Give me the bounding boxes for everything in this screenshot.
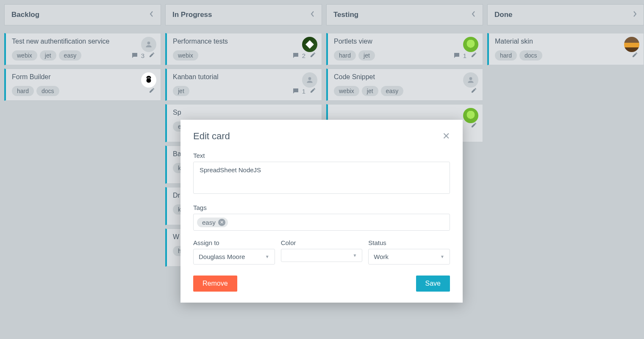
column-done: Done Material skin hard docs <box>487 4 644 267</box>
column-header[interactable]: Testing <box>326 4 483 25</box>
svg-point-0 <box>147 41 150 44</box>
avatar[interactable] <box>302 37 317 52</box>
tags-input[interactable]: easy ✕ <box>193 214 450 231</box>
tag[interactable]: jet <box>173 86 189 96</box>
tag[interactable]: jet <box>362 86 378 96</box>
tag[interactable]: webix <box>334 86 359 96</box>
tag[interactable]: easy <box>59 50 82 61</box>
card[interactable]: Portlets view hard jet 1 <box>326 33 483 65</box>
close-icon[interactable]: ✕ <box>442 131 450 142</box>
avatar[interactable] <box>463 37 478 52</box>
modal-footer: Remove Save <box>193 276 450 292</box>
column-header[interactable]: Done <box>487 4 644 25</box>
column-header[interactable]: In Progress <box>165 4 322 25</box>
color-label: Color <box>281 239 363 246</box>
tags: webix jet easy <box>12 50 81 61</box>
card-footer: hard docs <box>12 86 155 96</box>
card-title: Sp <box>173 109 316 116</box>
column-title: Testing <box>333 11 358 19</box>
text-label: Text <box>193 152 450 159</box>
chevron-left-icon[interactable] <box>311 11 315 19</box>
card[interactable]: Test new authentification service webix … <box>4 33 161 65</box>
tag[interactable]: hard <box>12 86 34 96</box>
card[interactable]: Material skin hard docs <box>487 33 644 65</box>
chevron-right-icon[interactable] <box>633 11 637 19</box>
card-title: Code Snippet <box>334 73 477 81</box>
assign-select[interactable]: Douglass Moore ▼ <box>193 249 275 265</box>
edit-icon[interactable] <box>310 51 316 60</box>
tags: webix <box>173 50 198 61</box>
card-title: Performance tests <box>173 38 316 45</box>
avatar[interactable] <box>624 37 639 52</box>
status-value: Work <box>374 253 389 260</box>
edit-icon[interactable] <box>149 51 155 60</box>
tag[interactable]: hard <box>334 50 356 61</box>
card[interactable]: Form Builder hard docs <box>4 69 161 101</box>
card[interactable]: Code Snippet webix jet easy <box>326 69 483 101</box>
remove-button[interactable]: Remove <box>193 276 237 292</box>
edit-icon[interactable] <box>471 51 477 60</box>
card-title: Material skin <box>495 38 638 45</box>
form-row: Assign to Douglass Moore ▼ Color ▼ <box>193 239 450 265</box>
comments-count[interactable]: 1 <box>453 52 466 59</box>
column-title: In Progress <box>172 11 212 19</box>
tags: webix jet easy <box>334 86 403 96</box>
status-label: Status <box>368 239 450 246</box>
edit-icon[interactable] <box>149 87 155 95</box>
avatar[interactable] <box>463 72 478 88</box>
card-footer: webix 2 <box>173 50 316 61</box>
modal-header: Edit card ✕ <box>193 131 450 142</box>
card[interactable]: Performance tests webix 2 <box>165 33 322 65</box>
svg-point-2 <box>469 77 472 80</box>
tag[interactable]: webix <box>12 50 37 61</box>
tag[interactable]: jet <box>40 50 56 61</box>
tags-label: Tags <box>193 204 450 211</box>
svg-point-1 <box>308 77 311 80</box>
card[interactable]: Kanban tutorial jet 1 <box>165 69 322 101</box>
column-backlog: Backlog Test new authentification servic… <box>4 4 161 267</box>
edit-icon[interactable] <box>471 87 477 95</box>
tag[interactable]: easy <box>381 86 404 96</box>
avatar[interactable] <box>141 37 156 52</box>
tag-remove-icon[interactable]: ✕ <box>218 219 225 226</box>
tags: jet <box>173 86 189 96</box>
comments-count[interactable]: 3 <box>131 52 144 59</box>
avatar[interactable] <box>302 72 317 88</box>
cards-list: Material skin hard docs <box>487 33 644 65</box>
comments-count[interactable]: 2 <box>292 52 305 59</box>
tag-chip: easy ✕ <box>197 218 228 227</box>
edit-icon[interactable] <box>310 87 316 95</box>
cards-list: Test new authentification service webix … <box>4 33 161 101</box>
avatar[interactable] <box>463 108 478 123</box>
edit-card-modal: Edit card ✕ Text Tags easy ✕ Assign to D… <box>180 120 463 303</box>
card-title: Portlets view <box>334 38 477 45</box>
card-footer: jet 1 <box>173 86 316 96</box>
card-footer: webix jet easy 3 <box>12 50 155 61</box>
column-header[interactable]: Backlog <box>4 4 161 25</box>
card-footer: hard jet 1 <box>334 50 477 61</box>
status-select[interactable]: Work ▼ <box>368 249 450 265</box>
modal-title: Edit card <box>193 131 230 142</box>
chevron-down-icon: ▼ <box>353 253 357 258</box>
avatar[interactable] <box>141 72 156 88</box>
tag[interactable]: webix <box>173 50 198 61</box>
color-select[interactable]: ▼ <box>281 249 363 262</box>
card-title: Form Builder <box>12 73 155 81</box>
tag[interactable]: docs <box>519 50 542 61</box>
chevron-left-icon[interactable] <box>472 11 476 19</box>
chevron-left-icon[interactable] <box>150 11 154 19</box>
comments-count[interactable]: 1 <box>292 87 305 95</box>
edit-icon[interactable] <box>632 51 638 60</box>
assign-value: Douglass Moore <box>199 253 245 260</box>
chevron-down-icon: ▼ <box>265 254 269 259</box>
tag[interactable]: docs <box>36 86 59 96</box>
save-button[interactable]: Save <box>416 276 450 292</box>
card-footer: webix jet easy <box>334 86 477 96</box>
assign-label: Assign to <box>193 239 275 246</box>
tag[interactable]: jet <box>358 50 375 61</box>
tag[interactable]: hard <box>495 50 517 61</box>
card-title: Test new authentification service <box>12 38 155 45</box>
tags: hard jet <box>334 50 375 61</box>
tag-chip-label: easy <box>202 219 216 226</box>
text-input[interactable] <box>193 162 450 194</box>
